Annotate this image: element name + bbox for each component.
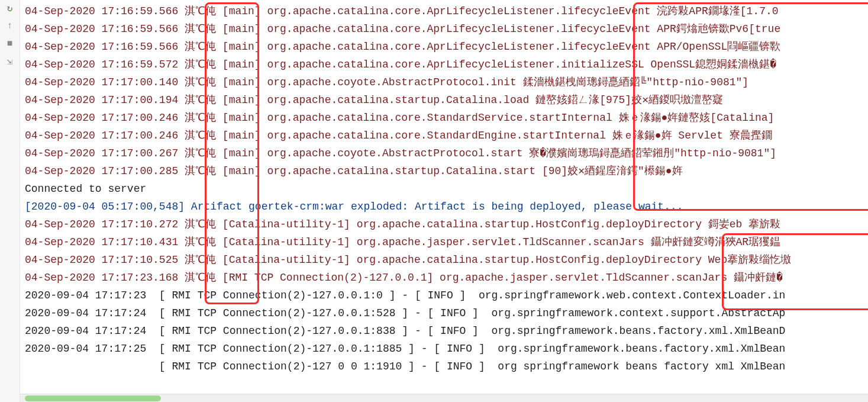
log-lines: 04-Sep-2020 17:16:59.566 淇℃伅 [main] org.… xyxy=(20,0,791,375)
log-line: 04-Sep-2020 17:17:23.168 淇℃伅 [RMI TCP Co… xyxy=(25,269,791,287)
log-line: 04-Sep-2020 17:16:59.566 淇℃伅 [main] org.… xyxy=(25,38,791,56)
scrollbar-thumb[interactable] xyxy=(25,395,161,401)
log-line: 2020-09-04 17:17:25 [ RMI TCP Connection… xyxy=(25,340,791,358)
layout-icon[interactable]: ⇲ xyxy=(4,56,16,67)
log-line: 04-Sep-2020 17:17:10.525 淇℃伅 [Catalina-u… xyxy=(25,251,791,269)
console-panel: ↻ ↑ ■ ⇲ 04-Sep-2020 17:16:59.566 淇℃伅 [ma… xyxy=(0,0,868,402)
log-line: 04-Sep-2020 17:16:59.566 淇℃伅 [main] org.… xyxy=(25,20,791,38)
rerun-icon[interactable]: ↻ xyxy=(4,2,16,14)
log-line: 04-Sep-2020 17:17:00.285 淇℃伅 [main] org.… xyxy=(25,162,791,180)
stop-icon[interactable]: ■ xyxy=(4,38,16,50)
prev-icon[interactable]: ↑ xyxy=(4,20,16,32)
log-line: Connected to server xyxy=(25,180,791,198)
log-line: 2020-09-04 17:17:24 [ RMI TCP Connection… xyxy=(25,322,791,340)
gutter: ↻ ↑ ■ ⇲ xyxy=(0,0,20,402)
log-line: 2020-09-04 17:17:24 [ RMI TCP Connection… xyxy=(25,304,791,322)
log-line: 04-Sep-2020 17:17:00.140 淇℃伅 [main] org.… xyxy=(25,73,791,91)
log-line: 04-Sep-2020 17:17:00.246 淇℃伅 [main] org.… xyxy=(25,109,791,127)
log-line: 04-Sep-2020 17:17:00.246 淇℃伅 [main] org.… xyxy=(25,127,791,144)
log-line: 2020-09-04 17:17:23 [ RMI TCP Connection… xyxy=(25,287,791,304)
horizontal-scrollbar[interactable] xyxy=(20,394,868,402)
log-line: [ RMI TCP Connection(2)-127 0 0 1:1910 ]… xyxy=(25,358,791,375)
log-line: 04-Sep-2020 17:17:00.194 淇℃伅 [main] org.… xyxy=(25,91,791,109)
console-viewport[interactable]: 04-Sep-2020 17:16:59.566 淇℃伅 [main] org.… xyxy=(20,0,868,402)
log-line: 04-Sep-2020 17:16:59.572 淇℃伅 [main] org.… xyxy=(25,56,791,73)
log-line: [2020-09-04 05:17:00,548] Artifact goert… xyxy=(25,198,791,216)
log-line: 04-Sep-2020 17:17:10.272 淇℃伅 [Catalina-u… xyxy=(25,216,791,233)
log-line: 04-Sep-2020 17:17:10.431 淇℃伅 [Catalina-u… xyxy=(25,233,791,251)
log-line: 04-Sep-2020 17:16:59.566 淇℃伅 [main] org.… xyxy=(25,2,791,20)
log-line: 04-Sep-2020 17:17:00.267 淇℃伅 [main] org.… xyxy=(25,144,791,162)
